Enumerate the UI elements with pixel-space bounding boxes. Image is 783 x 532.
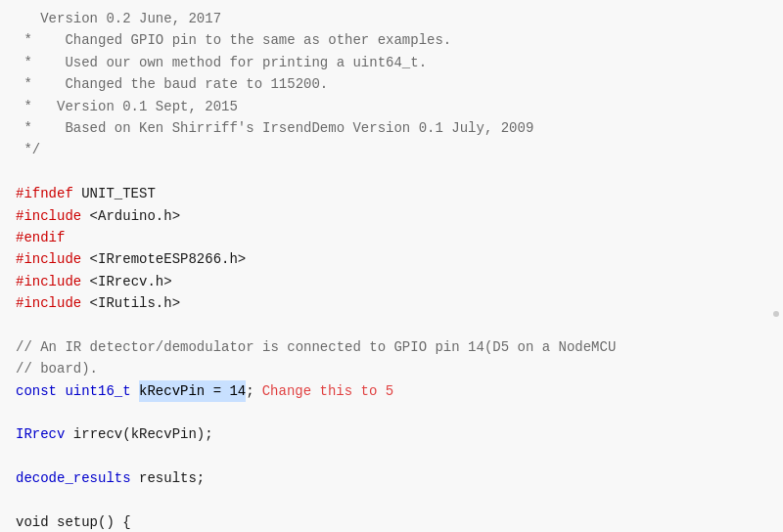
- code-line-17: // board).: [0, 358, 783, 379]
- code-line-24: void setup() {: [0, 511, 783, 532]
- code-line-11: #endif: [0, 227, 783, 248]
- preprocessor-include-irutils: #include: [16, 292, 81, 314]
- comment-text: */: [16, 139, 40, 160]
- code-line-1: Version 0.2 June, 2017: [0, 8, 783, 29]
- preprocessor-include: #include: [16, 205, 81, 227]
- code-line-8: [0, 161, 783, 183]
- highlighted-code: kRecvPin = 14: [139, 380, 246, 402]
- code-line-15: [0, 314, 783, 335]
- code-text: <IRrecv.h>: [81, 271, 171, 292]
- code-line-13: #include <IRrecv.h>: [0, 271, 783, 292]
- scrollbar-indicator[interactable]: [773, 311, 779, 317]
- code-text: UNIT_TEST: [73, 183, 156, 204]
- code-viewer: Version 0.2 June, 2017 * Changed GPIO pi…: [0, 0, 783, 532]
- code-text: <IRremoteESP8266.h>: [81, 248, 246, 270]
- keyword-const: const: [16, 380, 57, 402]
- comment-text: * Based on Ken Shirriff's IrsendDemo Ver…: [16, 117, 533, 139]
- keyword-irrecv-type: IRrecv: [16, 423, 65, 445]
- comment-text: * Used our own method for printing a uin…: [16, 52, 427, 73]
- code-line-19: [0, 402, 783, 423]
- code-line-21: [0, 446, 783, 467]
- code-line-3: * Used our own method for printing a uin…: [0, 52, 783, 73]
- preprocessor-include-irrecv: #include: [16, 271, 81, 292]
- comment-text: Version 0.2 June, 2017: [16, 8, 221, 29]
- code-line-20: IRrecv irrecv(kRecvPin);: [0, 423, 783, 445]
- code-text-space: [131, 380, 139, 402]
- code-line-14: #include <IRutils.h>: [0, 292, 783, 314]
- preprocessor-endif: #endif: [16, 227, 65, 248]
- comment-text-ir: // An IR detector/demodulator is connect…: [16, 336, 616, 358]
- code-text: <IRutils.h>: [81, 292, 180, 314]
- code-line-4: * Changed the baud rate to 115200.: [0, 73, 783, 95]
- code-line-23: [0, 490, 783, 511]
- comment-text: * Version 0.1 Sept, 2015: [16, 96, 238, 117]
- code-text: <Arduino.h>: [81, 205, 180, 227]
- code-line-2: * Changed GPIO pin to the same as other …: [0, 29, 783, 51]
- preprocessor-include-ir: #include: [16, 248, 81, 270]
- annotation-text: Change this to 5: [262, 380, 393, 402]
- code-line-18: const uint16_t kRecvPin = 14;Change this…: [0, 380, 783, 402]
- keyword-decode-results: decode_results: [16, 467, 131, 489]
- semicolon: ;: [246, 380, 253, 402]
- code-text-irrecv: irrecv(kRecvPin);: [65, 423, 212, 445]
- preprocessor-ifndef: #ifndef: [16, 183, 73, 204]
- code-line-22: decode_results results;: [0, 467, 783, 489]
- code-line-7: */: [0, 139, 783, 160]
- comment-text: * Changed the baud rate to 115200.: [16, 73, 328, 95]
- comment-text-board: // board).: [16, 358, 98, 379]
- code-line-6: * Based on Ken Shirriff's IrsendDemo Ver…: [0, 117, 783, 139]
- comment-text: * Changed GPIO pin to the same as other …: [16, 29, 451, 51]
- code-text-setup: void setup() {: [16, 511, 131, 532]
- code-line-10: #include <Arduino.h>: [0, 205, 783, 227]
- code-line-16: // An IR detector/demodulator is connect…: [0, 336, 783, 358]
- code-line-9: #ifndef UNIT_TEST: [0, 183, 783, 204]
- code-text-results: results;: [131, 467, 206, 489]
- code-line-12: #include <IRremoteESP8266.h>: [0, 248, 783, 270]
- code-line-5: * Version 0.1 Sept, 2015: [0, 96, 783, 117]
- keyword-uint16: uint16_t: [57, 380, 131, 402]
